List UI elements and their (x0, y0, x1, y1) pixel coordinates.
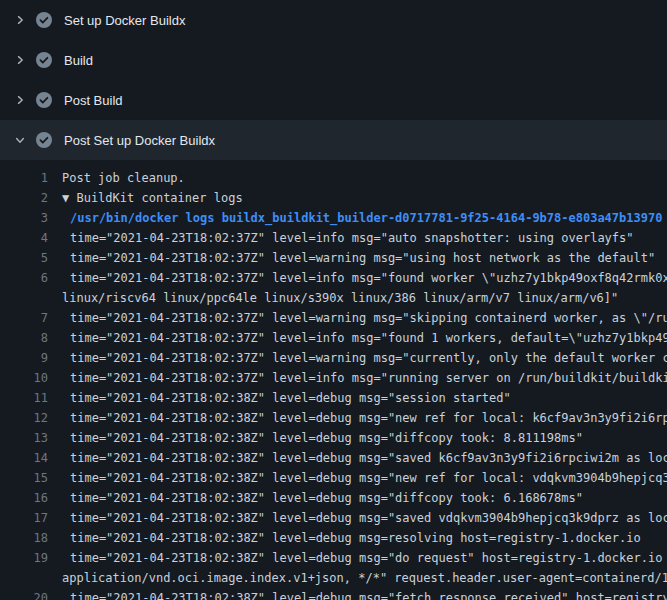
check-circle-icon (36, 52, 52, 68)
log-text: time="2021-04-23T18:02:37Z" level=info m… (48, 268, 667, 288)
check-circle-icon (36, 12, 52, 28)
line-number[interactable]: 17 (0, 508, 48, 528)
line-number[interactable]: 15 (0, 468, 48, 488)
log-group-toggle[interactable]: ▼ BuildKit container logs (48, 188, 667, 208)
log-text: time="2021-04-23T18:02:37Z" level=warnin… (48, 308, 667, 328)
log-line: linux/riscv64 linux/ppc64le linux/s390x … (0, 288, 667, 308)
line-number (0, 288, 48, 308)
log-line: 15 time="2021-04-23T18:02:38Z" level=deb… (0, 468, 667, 488)
check-circle-icon (36, 132, 52, 148)
section-label: Build (64, 53, 93, 68)
log-text: time="2021-04-23T18:02:38Z" level=debug … (48, 528, 667, 548)
line-number[interactable]: 4 (0, 228, 48, 248)
log-text: linux/riscv64 linux/ppc64le linux/s390x … (48, 288, 667, 308)
line-number[interactable]: 6 (0, 268, 48, 288)
line-number[interactable]: 19 (0, 548, 48, 568)
line-number[interactable]: 3 (0, 208, 48, 228)
log-line: 10 time="2021-04-23T18:02:37Z" level=inf… (0, 368, 667, 388)
log-text: time="2021-04-23T18:02:38Z" level=debug … (48, 388, 667, 408)
log-text: time="2021-04-23T18:02:38Z" level=debug … (48, 408, 667, 428)
line-number[interactable]: 14 (0, 448, 48, 468)
line-number[interactable]: 16 (0, 488, 48, 508)
line-number[interactable]: 8 (0, 328, 48, 348)
log-line: 16 time="2021-04-23T18:02:38Z" level=deb… (0, 488, 667, 508)
log-text: time="2021-04-23T18:02:38Z" level=debug … (48, 548, 667, 568)
log-line: 14 time="2021-04-23T18:02:38Z" level=deb… (0, 448, 667, 468)
log-text: Post job cleanup. (48, 168, 667, 188)
chevron-right-icon (14, 14, 36, 26)
log-line: 13 time="2021-04-23T18:02:38Z" level=deb… (0, 428, 667, 448)
line-number[interactable]: 18 (0, 528, 48, 548)
line-number[interactable]: 7 (0, 308, 48, 328)
section-header-post-set-up-docker-buildx[interactable]: Post Set up Docker Buildx (0, 120, 667, 160)
check-circle-icon (36, 92, 52, 108)
section-label: Post Set up Docker Buildx (64, 133, 215, 148)
log-line: 5 time="2021-04-23T18:02:37Z" level=warn… (0, 248, 667, 268)
log-line: 19 time="2021-04-23T18:02:38Z" level=deb… (0, 548, 667, 568)
log-line: 12 time="2021-04-23T18:02:38Z" level=deb… (0, 408, 667, 428)
log-line: 18 time="2021-04-23T18:02:38Z" level=deb… (0, 528, 667, 548)
log-text: time="2021-04-23T18:02:37Z" level=info m… (48, 228, 667, 248)
log-text: application/vnd.oci.image.index.v1+json,… (48, 568, 667, 588)
log-lines: 1 Post job cleanup. 2 ▼ BuildKit contain… (0, 160, 667, 600)
log-line: 3 /usr/bin/docker logs buildx_buildkit_b… (0, 208, 667, 228)
line-number[interactable]: 11 (0, 388, 48, 408)
line-number[interactable]: 10 (0, 368, 48, 388)
log-text: time="2021-04-23T18:02:37Z" level=warnin… (48, 348, 667, 368)
actions-log-viewer: Set up Docker Buildx Build Post Buil (0, 0, 667, 600)
section-label: Set up Docker Buildx (64, 13, 185, 28)
log-text: time="2021-04-23T18:02:38Z" level=debug … (48, 448, 667, 468)
section-header-build[interactable]: Build (0, 40, 667, 80)
line-number[interactable]: 12 (0, 408, 48, 428)
command-text: /usr/bin/docker logs buildx_buildkit_bui… (48, 208, 667, 228)
section-header-set-up-docker-buildx[interactable]: Set up Docker Buildx (0, 0, 667, 40)
step-section-list: Set up Docker Buildx Build Post Buil (0, 0, 667, 160)
log-line: application/vnd.oci.image.index.v1+json,… (0, 568, 667, 588)
log-line: 7 time="2021-04-23T18:02:37Z" level=warn… (0, 308, 667, 328)
line-number[interactable]: 20 (0, 588, 48, 600)
log-text: time="2021-04-23T18:02:38Z" level=debug … (48, 508, 667, 528)
line-number[interactable]: 9 (0, 348, 48, 368)
log-line: 20 time="2021-04-23T18:02:38Z" level=deb… (0, 588, 667, 600)
log-line: 1 Post job cleanup. (0, 168, 667, 188)
line-number[interactable]: 13 (0, 428, 48, 448)
line-number[interactable]: 1 (0, 168, 48, 188)
log-text: time="2021-04-23T18:02:37Z" level=info m… (48, 328, 667, 348)
section-label: Post Build (64, 93, 123, 108)
log-text: time="2021-04-23T18:02:37Z" level=info m… (48, 368, 667, 388)
log-line: 6 time="2021-04-23T18:02:37Z" level=info… (0, 268, 667, 288)
line-number (0, 568, 48, 588)
chevron-right-icon (14, 54, 36, 66)
chevron-down-icon (14, 134, 36, 146)
log-text: time="2021-04-23T18:02:38Z" level=debug … (48, 468, 667, 488)
log-text: time="2021-04-23T18:02:37Z" level=warnin… (48, 248, 667, 268)
log-line: 4 time="2021-04-23T18:02:37Z" level=info… (0, 228, 667, 248)
log-line: 11 time="2021-04-23T18:02:38Z" level=deb… (0, 388, 667, 408)
log-text: time="2021-04-23T18:02:38Z" level=debug … (48, 588, 667, 600)
log-text: time="2021-04-23T18:02:38Z" level=debug … (48, 488, 667, 508)
section-header-post-build[interactable]: Post Build (0, 80, 667, 120)
log-line: 17 time="2021-04-23T18:02:38Z" level=deb… (0, 508, 667, 528)
chevron-right-icon (14, 94, 36, 106)
line-number[interactable]: 5 (0, 248, 48, 268)
log-text: time="2021-04-23T18:02:38Z" level=debug … (48, 428, 667, 448)
log-line: 8 time="2021-04-23T18:02:37Z" level=info… (0, 328, 667, 348)
line-number[interactable]: 2 (0, 188, 48, 208)
log-line: 9 time="2021-04-23T18:02:37Z" level=warn… (0, 348, 667, 368)
log-line: 2 ▼ BuildKit container logs (0, 188, 667, 208)
